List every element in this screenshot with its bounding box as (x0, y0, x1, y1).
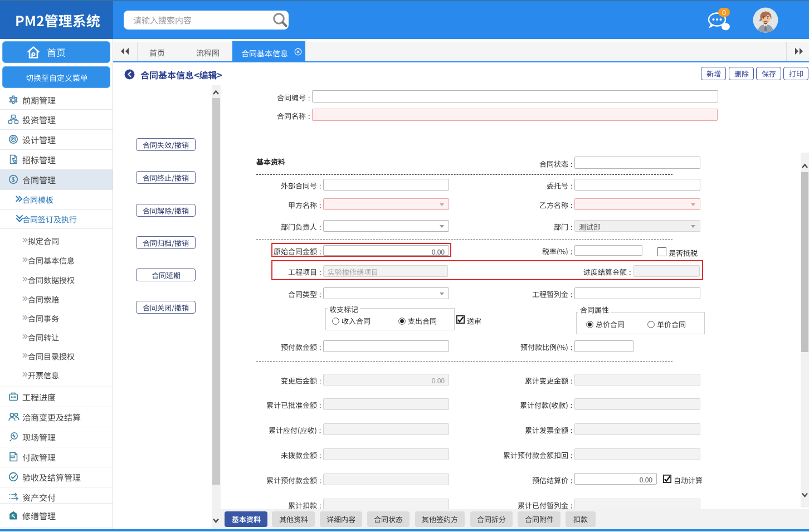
svg-text:0: 0 (722, 9, 726, 17)
